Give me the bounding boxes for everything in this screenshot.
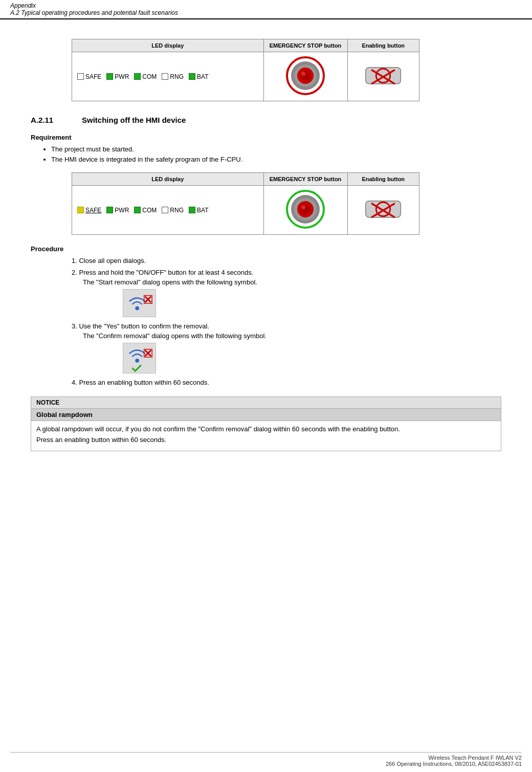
notice-box: NOTICE Global rampdown A global rampdown… [31,396,501,451]
led-com-label-1: COM [142,73,157,80]
notice-body-2: Press an enabling button within 60 secon… [36,436,496,444]
step-3-block: 3. Use the "Yes" button to confirm the r… [72,322,501,373]
footer-line1: Wireless Teach Pendant F IWLAN V2 [10,755,522,761]
footer-line2: 266 Operating Instructions, 08/2010, A5E… [10,761,522,767]
led-pwr-label-1: PWR [115,73,129,80]
led-rng-2: RNG [162,207,184,214]
table1-col3-header: Enabling button [347,39,419,52]
page-content: LED display EMERGENCY STOP button Enabli… [0,19,532,492]
section-title: Switching off the HMI device [82,116,186,124]
bullet-1: The project must be started. [51,145,501,153]
step-4-block: 4. Press an enabling button within 60 se… [72,379,501,386]
breadcrumb-line1: Appendix [10,2,522,9]
estop-button-2 [285,189,326,230]
led-bat-label-2: BAT [197,207,208,214]
led-com-square-1 [134,73,141,80]
svg-point-4 [300,71,311,81]
enabling-button-1 [363,62,404,90]
section-number: A.2.11 [31,116,66,124]
led-pwr-1: PWR [106,73,129,80]
step-2-text: 2. Press and hold the "ON/OFF" button fo… [72,269,501,276]
removal-symbol-1 [123,289,156,317]
enabling-button-2 [363,195,404,224]
page-header: Appendix A.2 Typical operating procedure… [0,0,532,19]
notice-header: NOTICE [31,397,501,409]
step-3-content: Use the "Yes" button to confirm the remo… [79,322,209,330]
led-bat-square-2 [189,207,195,213]
svg-rect-6 [366,67,401,83]
procedure-label: Procedure [31,245,501,253]
led-indicators-2: SAFE PWR COM RNG [77,207,258,214]
led-safe-2: SAFE [77,207,101,214]
svg-point-24 [135,359,139,363]
led-indicators-1: SAFE PWR COM RNG [77,73,258,80]
notice-title: Global rampdown [31,409,501,421]
step-4-num: 4. [72,379,77,386]
led-rng-1: RNG [162,73,184,80]
led-bat-1: BAT [189,73,208,80]
step-2-block: 2. Press and hold the "ON/OFF" button fo… [72,269,501,317]
table2-col3-header: Enabling button [347,173,419,186]
svg-point-20 [135,306,139,311]
step-2-desc: The "Start removal" dialog opens with th… [83,278,501,286]
led-safe-square-2 [77,207,84,213]
led-com-2: COM [134,207,157,214]
led-pwr-square-1 [106,73,113,80]
requirement-bullets: The project must be started. The HMI dev… [51,145,501,163]
removal-symbol-2 [123,343,156,373]
notice-body-1: A global rampdown will occur, if you do … [36,425,496,433]
led-bat-square-1 [189,73,195,80]
led-com-1: COM [134,73,157,80]
step-1-content: Close all open dialogs. [79,257,146,264]
svg-rect-16 [366,201,401,217]
svg-point-14 [300,204,311,214]
led-rng-square-1 [162,73,168,80]
table2-estop-cell [263,186,347,235]
step-2-num: 2. [72,269,77,276]
led-pwr-2: PWR [106,207,129,214]
step-1-text: 1. Close all open dialogs. [72,257,501,264]
step-4-content: Press an enabling button within 60 secon… [79,379,209,386]
led-bat-label-1: BAT [197,73,208,80]
led-com-square-2 [134,207,141,213]
led-rng-label-2: RNG [170,207,184,214]
led-safe-label-1: SAFE [85,73,101,80]
step-4-text: 4. Press an enabling button within 60 se… [72,379,501,386]
requirement-label: Requirement [31,134,501,141]
section-heading: A.2.11 Switching off the HMI device [31,116,501,124]
led-pwr-label-2: PWR [115,207,129,214]
table2-led-display: SAFE PWR COM RNG [72,186,264,235]
step-1-block: 1. Close all open dialogs. [72,257,501,264]
bullet-2: The HMI device is integrated in the safe… [51,156,501,163]
step-3-text: 3. Use the "Yes" button to confirm the r… [72,322,501,330]
notice-body: A global rampdown will occur, if you do … [31,421,501,451]
led-pwr-square-2 [106,207,113,213]
led-table-1: LED display EMERGENCY STOP button Enabli… [72,39,419,101]
estop-button-1 [285,55,326,96]
led-rng-label-1: RNG [170,73,184,80]
table1-col2-header: EMERGENCY STOP button [263,39,347,52]
led-safe-1: SAFE [77,73,101,80]
step-2-content: Press and hold the "ON/OFF" button for a… [79,269,253,276]
table2-col1-header: LED display [72,173,264,186]
led-com-label-2: COM [142,207,157,214]
led-table-2: LED display EMERGENCY STOP button Enabli… [72,172,419,235]
svg-point-15 [301,205,305,209]
step-3-desc: The "Confirm removal" dialog opens with … [83,332,501,340]
breadcrumb-line2: A.2 Typical operating procedures and pot… [10,9,522,16]
led-safe-label-2: SAFE [85,207,101,214]
step-1-num: 1. [72,257,77,264]
table1-enabling-cell [347,52,419,101]
step-3-num: 3. [72,322,77,330]
table2-enabling-cell [347,186,419,235]
table1-led-display: SAFE PWR COM RNG [72,52,264,101]
svg-point-5 [301,72,305,76]
led-bat-2: BAT [189,207,208,214]
led-rng-square-2 [162,207,168,213]
led-safe-square-1 [77,73,84,80]
table1-col1-header: LED display [72,39,264,52]
table1-estop-cell [263,52,347,101]
page-footer: Wireless Teach Pendant F IWLAN V2 266 Op… [10,752,522,767]
table2-col2-header: EMERGENCY STOP button [263,173,347,186]
